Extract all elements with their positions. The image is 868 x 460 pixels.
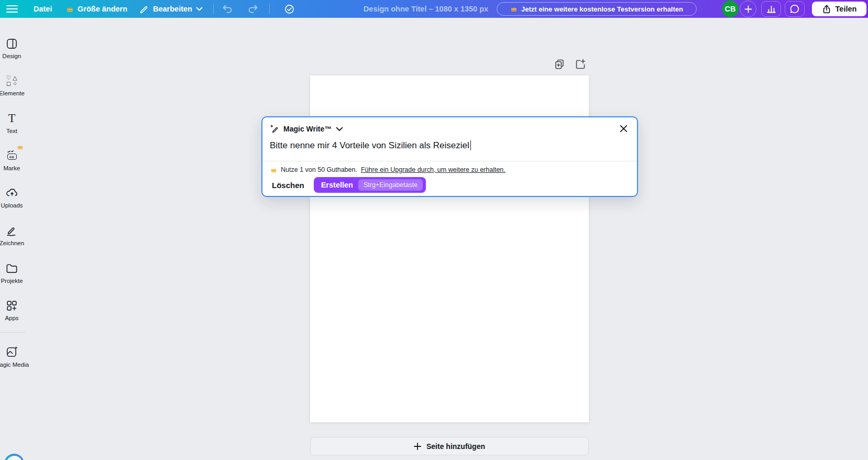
sidebar-item-design[interactable]: Design (0, 37, 24, 59)
sidebar-item-apps[interactable]: Apps (0, 299, 24, 321)
text-icon: T (8, 112, 15, 125)
shortcut-badge: Strg+Eingabetaste (358, 179, 423, 191)
sidebar-item-projects[interactable]: Projekte (0, 261, 24, 284)
magic-write-dialog: Magic Write™ Bitte nenne mir 4 Vorteile … (261, 116, 638, 197)
share-button[interactable]: Teilen (812, 2, 866, 16)
prompt-text: Bitte nenne mir 4 Vorteile von Sizilien … (270, 140, 469, 150)
close-button[interactable] (618, 123, 629, 134)
text-cursor (470, 140, 471, 150)
document-title[interactable]: Design ohne Titel – 1080 x 1350 px (364, 0, 488, 18)
plus-icon (744, 5, 752, 13)
create-label: Erstellen (321, 181, 353, 189)
create-button[interactable]: Erstellen Strg+Eingabetaste (314, 177, 426, 193)
sidebar-item-uploads[interactable]: Uploads (0, 186, 24, 209)
sidebar-item-label: Apps (5, 315, 18, 321)
sidebar-item-draw[interactable]: Zeichnen (0, 224, 24, 246)
plus-icon (414, 443, 421, 450)
sidebar-item-label: Projekte (1, 278, 23, 284)
toolbar-divider (213, 4, 214, 14)
edit-menu-label: Bearbeiten (153, 5, 192, 13)
crown-icon (17, 144, 24, 150)
duplicate-page-button[interactable] (553, 58, 566, 71)
trial-upgrade-button[interactable]: Jetzt eine weitere kostenlose Testversio… (497, 2, 697, 16)
elements-icon: ♡△◻○ (6, 74, 18, 87)
sidebar-item-label: Elemente (0, 90, 25, 96)
delete-button[interactable]: Löschen (272, 181, 304, 190)
magic-write-title: Magic Write™ (283, 125, 332, 133)
draw-icon (5, 224, 18, 237)
toolbar-divider (269, 4, 270, 14)
close-icon (620, 125, 628, 133)
save-status-button[interactable] (284, 0, 295, 18)
redo-button[interactable] (247, 0, 258, 18)
sidebar-item-label: Uploads (1, 202, 23, 209)
sidebar-item-label: Magic Media (0, 362, 29, 368)
uploads-icon (5, 186, 19, 200)
comments-icon (789, 4, 800, 14)
sidebar-item-label: Text (6, 128, 17, 134)
magic-write-mode-selector[interactable]: Magic Write™ (270, 124, 343, 134)
crown-icon (270, 167, 277, 173)
share-icon (822, 4, 831, 14)
hamburger-icon (6, 5, 18, 13)
share-label: Teilen (836, 5, 857, 13)
undo-button[interactable] (222, 0, 233, 18)
chevron-down-icon (196, 7, 203, 12)
sidebar-item-brand[interactable]: co Marke (0, 149, 24, 171)
sidebar-item-elements[interactable]: ♡△◻○ Elemente (0, 74, 24, 96)
crown-icon (510, 6, 518, 12)
create-design-button[interactable] (740, 1, 756, 17)
upgrade-link[interactable]: Führe ein Upgrade durch, um weitere zu e… (361, 166, 506, 173)
dialog-actions: Löschen Erstellen Strg+Eingabetaste (272, 177, 426, 193)
comments-button[interactable] (785, 1, 805, 17)
sidebar-item-label: Design (3, 53, 21, 59)
sidebar-item-magic-media[interactable]: Magic Media (0, 345, 24, 368)
add-page-icon-button[interactable] (574, 58, 587, 71)
prompt-input[interactable]: Bitte nenne mir 4 Vorteile von Sizilien … (270, 140, 471, 151)
trial-upgrade-label: Jetzt eine weitere kostenlose Testversio… (521, 5, 683, 13)
canva-editor: Datei Größe ändern Bearbeiten (0, 0, 868, 460)
insights-icon (766, 5, 776, 14)
apps-icon (5, 299, 18, 312)
credits-text: Nutze 1 von 50 Guthaben. (281, 166, 357, 173)
brand-icon: co (5, 149, 19, 162)
sidebar-divider (0, 332, 25, 333)
assistant-bubble[interactable] (4, 454, 24, 460)
magic-wand-icon (270, 124, 279, 134)
add-page-button[interactable]: Seite hinzufügen (310, 437, 589, 455)
credits-row: Nutze 1 von 50 Guthaben. Führe ein Upgra… (270, 166, 506, 173)
page-controls (553, 58, 587, 71)
cloud-check-icon (284, 4, 295, 15)
projects-icon (5, 261, 18, 275)
pencil-icon (139, 4, 149, 14)
design-icon (5, 37, 18, 50)
sidebar-item-label: Zeichnen (0, 240, 24, 246)
chevron-down-icon (336, 127, 343, 132)
main-menu-button[interactable] (6, 0, 18, 18)
avatar[interactable]: CB (722, 1, 739, 17)
sidebar-item-text[interactable]: T Text (0, 112, 24, 134)
sidebar-item-label: Marke (4, 165, 20, 171)
top-bar: Datei Größe ändern Bearbeiten (0, 0, 868, 18)
file-menu-button[interactable]: Datei (34, 0, 52, 18)
add-page-label: Seite hinzufügen (426, 442, 485, 451)
magic-media-icon (5, 345, 19, 359)
edit-menu-button[interactable]: Bearbeiten (139, 0, 203, 18)
resize-button[interactable]: Größe ändern (66, 0, 127, 18)
crown-icon (66, 6, 74, 13)
undo-icon (222, 4, 233, 14)
resize-label: Größe ändern (78, 5, 127, 13)
insights-button[interactable] (761, 1, 781, 17)
dialog-divider (262, 161, 637, 161)
redo-icon (247, 4, 258, 14)
file-menu-label: Datei (34, 5, 52, 13)
